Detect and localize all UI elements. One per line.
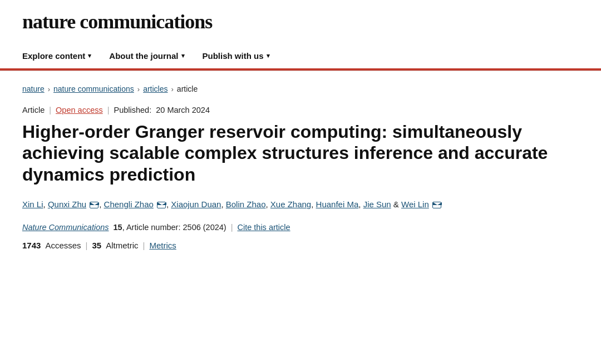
email-icon-qunxi bbox=[90, 202, 98, 208]
author-xue-zhang[interactable]: Xue Zhang bbox=[270, 200, 311, 209]
open-access-badge[interactable]: Open access bbox=[56, 106, 103, 114]
accesses-label: Accesses bbox=[45, 241, 81, 250]
breadcrumb-current: article bbox=[177, 84, 198, 93]
nav-publish-with-us[interactable]: Publish with us ▾ bbox=[203, 43, 281, 68]
volume-number: 15 bbox=[114, 223, 122, 232]
volume-text: 15, Article number: 2506 (2024) bbox=[114, 223, 226, 232]
nav-publish-with-us-label: Publish with us bbox=[203, 51, 264, 61]
article-number: 2506 (2024) bbox=[183, 223, 226, 232]
author-qunxi-zhu[interactable]: Qunxi Zhu bbox=[48, 200, 86, 209]
breadcrumb-articles[interactable]: articles bbox=[143, 84, 168, 93]
author-xiaojun-duan[interactable]: Xiaojun Duan bbox=[171, 200, 221, 209]
breadcrumb-separator-3: › bbox=[171, 85, 174, 93]
breadcrumb-nature[interactable]: nature bbox=[22, 84, 45, 93]
journal-link[interactable]: Nature Communications bbox=[22, 223, 109, 232]
cite-separator: | bbox=[231, 223, 233, 232]
breadcrumb: nature › nature communications › article… bbox=[22, 84, 579, 93]
metrics-sep-1: | bbox=[86, 241, 88, 250]
author-wei-lin[interactable]: Wei Lin bbox=[401, 200, 429, 209]
citation-line: Nature Communications 15, Article number… bbox=[22, 223, 579, 232]
article-number-label: Article number: bbox=[126, 223, 181, 232]
author-chengli-zhao[interactable]: Chengli Zhao bbox=[104, 200, 154, 209]
nav-about-journal[interactable]: About the journal ▾ bbox=[109, 43, 195, 68]
article-meta: Article | Open access | Published: 20 Ma… bbox=[22, 106, 579, 114]
chevron-down-icon: ▾ bbox=[267, 52, 270, 59]
meta-sep-1: | bbox=[49, 106, 51, 114]
metrics-link[interactable]: Metrics bbox=[149, 241, 176, 250]
red-accent-bar bbox=[0, 68, 601, 71]
cite-this-article-link[interactable]: Cite this article bbox=[237, 223, 290, 232]
altmetric-count: 35 bbox=[92, 241, 101, 250]
chevron-down-icon: ▾ bbox=[181, 52, 185, 59]
altmetric-label: Altmetric bbox=[106, 241, 138, 250]
author-jie-sun[interactable]: Jie Sun bbox=[363, 200, 391, 209]
nav-explore-content-label: Explore content bbox=[22, 51, 85, 61]
article-type-label: Article bbox=[22, 106, 45, 114]
published-date: 20 March 2024 bbox=[156, 106, 210, 114]
breadcrumb-nature-comms[interactable]: nature communications bbox=[53, 84, 134, 93]
author-huanfei-ma[interactable]: Huanfei Ma bbox=[316, 200, 359, 209]
breadcrumb-separator-1: › bbox=[48, 85, 50, 93]
meta-sep-2: | bbox=[107, 106, 110, 114]
email-icon-chengli bbox=[157, 202, 166, 208]
breadcrumb-separator-2: › bbox=[137, 85, 140, 93]
main-content: nature › nature communications › article… bbox=[0, 71, 601, 267]
author-xin-li[interactable]: Xin Li bbox=[22, 200, 43, 209]
authors-list: Xin Li, Qunxi Zhu , Chengli Zhao , Xiaoj… bbox=[22, 197, 579, 212]
header: nature communications Explore content ▾ … bbox=[0, 0, 601, 71]
metrics-line: 1743 Accesses | 35 Altmetric | Metrics bbox=[22, 241, 579, 250]
article-title: Higher-order Granger reservoir computing… bbox=[22, 121, 556, 185]
main-nav: Explore content ▾ About the journal ▾ Pu… bbox=[22, 43, 579, 68]
accesses-count: 1743 bbox=[22, 241, 41, 250]
email-icon-wei-lin bbox=[432, 202, 441, 208]
published-label: Published: bbox=[114, 106, 152, 114]
site-logo[interactable]: nature communications bbox=[22, 10, 579, 33]
nav-explore-content[interactable]: Explore content ▾ bbox=[22, 43, 102, 68]
author-bolin-zhao[interactable]: Bolin Zhao bbox=[226, 200, 266, 209]
chevron-down-icon: ▾ bbox=[88, 52, 91, 59]
metrics-sep-2: | bbox=[143, 241, 145, 250]
nav-about-journal-label: About the journal bbox=[109, 51, 178, 61]
